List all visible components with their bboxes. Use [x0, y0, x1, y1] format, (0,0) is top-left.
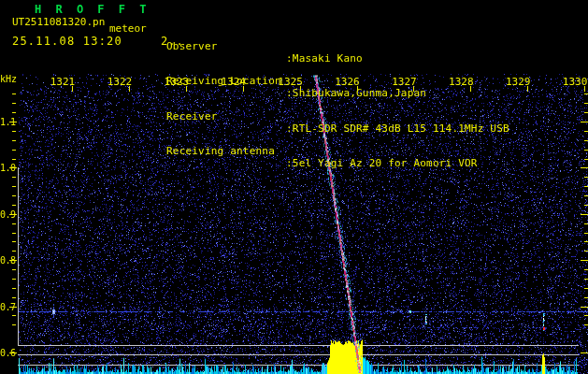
info-value: :Shibukawa,Gunma,Japan — [286, 87, 426, 99]
time-tick-label: 1323 — [164, 76, 190, 88]
freq-tick-label: 0.9 — [0, 209, 16, 220]
output-filename: UT2511081320.pn — [12, 16, 105, 28]
frequency-axis-unit: kHz — [0, 74, 17, 84]
freq-tick-label: 1.1 — [0, 117, 16, 127]
info-value: :Masaki Kano — [286, 52, 363, 65]
app-title: H R O F F T — [35, 3, 150, 16]
info-row: Observer :Masaki Kano — [166, 28, 205, 38]
time-tick-label: 1328 — [448, 76, 474, 88]
hrofft-output-window: H R O F F T UT2511081320.pn meteor 25.11… — [0, 0, 588, 374]
observation-tag: meteor — [109, 22, 147, 35]
time-tick-label: 1329 — [505, 76, 531, 88]
info-label: Receiving antenna — [166, 145, 275, 157]
time-tick-label: 1325 — [278, 76, 304, 88]
info-row: Receiving Location :Shibukawa,Gunma,Japa… — [166, 63, 205, 73]
time-tick-label: 1324 — [221, 76, 247, 88]
freq-tick-label: 1.0 — [0, 163, 16, 173]
time-tick-label: 1322 — [107, 76, 133, 88]
time-tick-label: 1321 — [50, 76, 76, 88]
freq-tick-label: 0.6 — [0, 348, 16, 358]
freq-tick-label: 0.7 — [0, 302, 16, 312]
info-row: Receiving antenna :5el Yagi Az 20 for Ao… — [166, 133, 205, 143]
freq-tick-label: 0.8 — [0, 255, 16, 266]
time-tick-label: 1326 — [335, 76, 361, 88]
time-tick-label: 1327 — [391, 76, 417, 88]
time-tick-label: 1330 — [562, 76, 588, 88]
info-label: Receiver — [166, 110, 218, 122]
date-time-label: 25.11.08 13:20 — [12, 35, 122, 48]
info-value: :5el Yagi Az 20 for Aomori VOR — [286, 157, 478, 169]
info-row: Receiver :RTL-SDR SDR# 43dB L15 114.1MHz… — [166, 98, 205, 108]
info-value: :RTL-SDR SDR# 43dB L15 114.1MHz USB — [286, 122, 509, 135]
info-label: Observer — [166, 40, 218, 52]
